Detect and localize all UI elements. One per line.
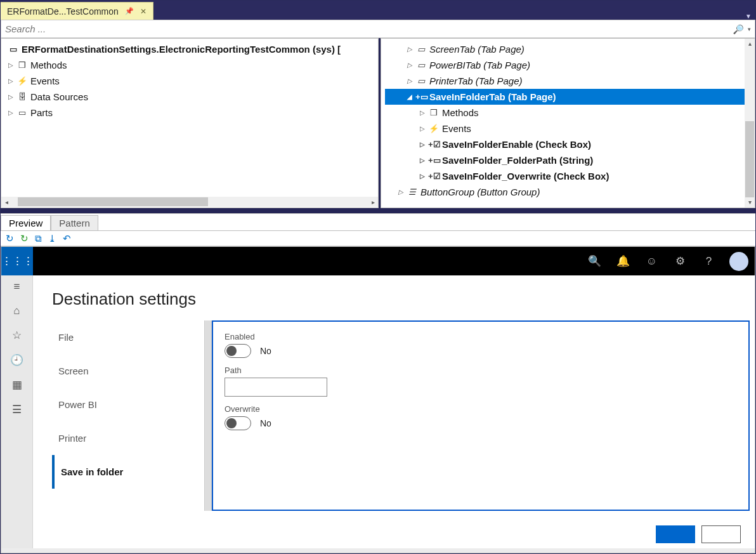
search-icon[interactable]: 🔍 (580, 247, 609, 275)
smile-icon[interactable]: ☺ (637, 247, 666, 275)
tree-row[interactable]: ▷ +☑ SaveInFolderEnable (Check Box) (385, 136, 755, 152)
tree-row[interactable]: ▷ ▭ ScreenTab (Tab Page) (385, 41, 755, 57)
workspace-icon[interactable]: ▦ (12, 378, 22, 392)
dialog-buttons (656, 525, 741, 543)
expand-caret-icon[interactable]: ▷ (419, 173, 426, 180)
tree-row[interactable]: ▷ +▭ SaveInFolder_FolderPath (String) (385, 152, 755, 168)
tree-row[interactable]: ▷ ❒ Methods (385, 105, 755, 121)
search-dropdown-icon[interactable]: ▾ (748, 26, 751, 32)
enabled-toggle[interactable] (225, 344, 251, 358)
path-input[interactable] (225, 378, 327, 397)
tab-preview[interactable]: Preview (1, 215, 51, 230)
tree-row[interactable]: ▷ +☑ SaveInFolder_Overwrite (Check Box) (385, 168, 755, 184)
expand-caret-icon[interactable]: ▷ (407, 62, 413, 69)
tab-save-in-folder[interactable]: Save in folder (52, 455, 204, 489)
tree-label: PowerBITab (Tab Page) (429, 60, 530, 70)
vertical-scrollbar[interactable]: ▴ ▾ (745, 39, 755, 208)
page-title: Destination settings (52, 289, 750, 309)
horizontal-scrollbar[interactable]: ◂ ▸ (1, 197, 378, 207)
scroll-left-icon[interactable]: ◂ (1, 199, 11, 206)
enabled-value: No (260, 346, 271, 356)
nav-rail: ≡ ⌂ ☆ 🕘 ▦ ☰ (1, 275, 33, 548)
expand-caret-icon[interactable]: ▷ (407, 46, 413, 53)
cancel-button[interactable] (701, 525, 741, 543)
tab-pattern[interactable]: Pattern (51, 215, 98, 230)
hamburger-icon[interactable]: ≡ (14, 280, 20, 293)
overwrite-toggle[interactable] (225, 416, 251, 430)
tab-dropdown-icon[interactable]: ▼ (741, 13, 755, 20)
refresh-icon[interactable]: ↻ (6, 233, 14, 244)
search-icon[interactable]: 🔍 (733, 24, 744, 34)
auto-refresh-icon[interactable]: ↻ (20, 233, 29, 244)
scroll-up-icon[interactable]: ▴ (748, 39, 752, 49)
expand-caret-icon[interactable]: ▷ (419, 125, 426, 132)
tree-row[interactable]: ▷ ▭ PrinterTab (Tab Page) (385, 73, 755, 89)
gear-icon[interactable]: ⚙ (666, 247, 694, 275)
tab-power-bi[interactable]: Power BI (52, 388, 204, 421)
tab-screen[interactable]: Screen (52, 354, 204, 388)
tree-row[interactable]: ▷ ❒ Methods (5, 57, 379, 73)
tree-row[interactable]: ▷ ⚡ Events (385, 121, 755, 136)
tree-row[interactable]: ▷ ▭ PowerBITab (Tab Page) (385, 57, 755, 73)
methods-icon: ❒ (16, 60, 28, 70)
document-tab[interactable]: ERFormatDe...TestCommon 📌 ✕ (1, 2, 153, 20)
tabpage-icon: +▭ (415, 92, 427, 102)
tab-printer[interactable]: Printer (52, 421, 204, 455)
vs-window: ERFormatDe...TestCommon 📌 ✕ ▼ 🔍 ▾ ▭ ERFo… (0, 0, 756, 554)
expand-caret-icon[interactable]: ▷ (8, 93, 14, 100)
left-tree-pane[interactable]: ▭ ERFormatDestinationSettings.Electronic… (1, 38, 379, 208)
tree-root[interactable]: ▭ ERFormatDestinationSettings.Electronic… (5, 41, 379, 57)
undo-icon[interactable]: ↶ (63, 233, 71, 244)
tree-row[interactable]: ▷ ☰ ButtonGroup (Button Group) (385, 184, 755, 200)
preview-area: ⋮⋮⋮ 🔍 🔔 ☺ ⚙ ? ≡ ⌂ ☆ 🕘 ▦ ☰ Destination se… (1, 246, 755, 553)
expand-caret-icon[interactable]: ▷ (407, 77, 413, 84)
tree-row[interactable]: ▷ 🗄 Data Sources (5, 89, 379, 105)
tree-row[interactable]: ▷ ⚡ Events (5, 73, 379, 89)
waffle-icon[interactable]: ⋮⋮⋮ (1, 247, 33, 275)
expand-caret-icon[interactable]: ▷ (8, 109, 14, 116)
scroll-down-icon[interactable]: ▾ (748, 197, 752, 208)
recent-icon[interactable]: 🕘 (10, 353, 23, 367)
datasource-icon: 🗄 (16, 92, 28, 102)
list-icon[interactable]: ☰ (12, 403, 22, 416)
scrollbar-thumb[interactable] (18, 197, 208, 206)
search-input[interactable] (5, 23, 729, 34)
right-tree-pane[interactable]: ▷ ▭ ScreenTab (Tab Page) ▷ ▭ PowerBITab … (381, 38, 755, 208)
avatar[interactable] (729, 252, 748, 271)
help-icon[interactable]: ? (694, 247, 723, 275)
home-icon[interactable]: ⌂ (13, 305, 20, 317)
tabpage-icon: ▭ (415, 60, 427, 70)
expand-caret-icon[interactable]: ▷ (419, 157, 426, 164)
scrollbar-thumb[interactable] (745, 121, 754, 197)
horizontal-splitter[interactable] (1, 208, 755, 213)
expand-caret-icon[interactable]: ▷ (8, 77, 14, 84)
fo-body: ≡ ⌂ ☆ 🕘 ▦ ☰ Destination settings File Sc… (1, 275, 755, 548)
star-icon[interactable]: ☆ (12, 329, 22, 342)
tree-label: PrinterTab (Tab Page) (429, 76, 522, 86)
expand-caret-icon[interactable]: ▷ (419, 141, 426, 148)
pin-icon[interactable]: 📌 (125, 7, 134, 15)
expand-caret-icon[interactable]: ▷ (8, 62, 14, 69)
expand-caret-icon[interactable]: ▷ (419, 109, 426, 116)
collapse-caret-icon[interactable]: ◢ (407, 93, 413, 100)
preview-tab-bar: Preview Pattern (1, 213, 755, 231)
tree-row-selected[interactable]: ◢ +▭ SaveInFolderTab (Tab Page) (385, 89, 755, 105)
document-tab-title: ERFormatDe...TestCommon (7, 6, 119, 16)
events-icon: ⚡ (16, 76, 28, 86)
expand-caret-icon[interactable]: ▷ (398, 188, 404, 195)
tree-label: SaveInFolder_FolderPath (String) (442, 155, 593, 166)
scroll-right-icon[interactable]: ▸ (368, 199, 378, 206)
tree-root-label: ERFormatDestinationSettings.ElectronicRe… (22, 44, 341, 55)
left-tree: ▭ ERFormatDestinationSettings.Electronic… (1, 39, 379, 123)
tree-label: Parts (30, 107, 53, 118)
open-external-icon[interactable]: ⧉ (35, 233, 42, 244)
tab-scrollbar[interactable] (204, 320, 212, 511)
ok-button[interactable] (656, 525, 695, 543)
tree-row[interactable]: ▷ ▭ Parts (5, 105, 379, 121)
search-bar: 🔍 ▾ (1, 20, 755, 38)
tree-label: SaveInFolder_Overwrite (Check Box) (442, 171, 609, 181)
tab-file[interactable]: File (52, 320, 204, 354)
export-icon[interactable]: ⤓ (48, 233, 56, 244)
close-icon[interactable]: ✕ (140, 7, 147, 16)
bell-icon[interactable]: 🔔 (609, 247, 637, 275)
